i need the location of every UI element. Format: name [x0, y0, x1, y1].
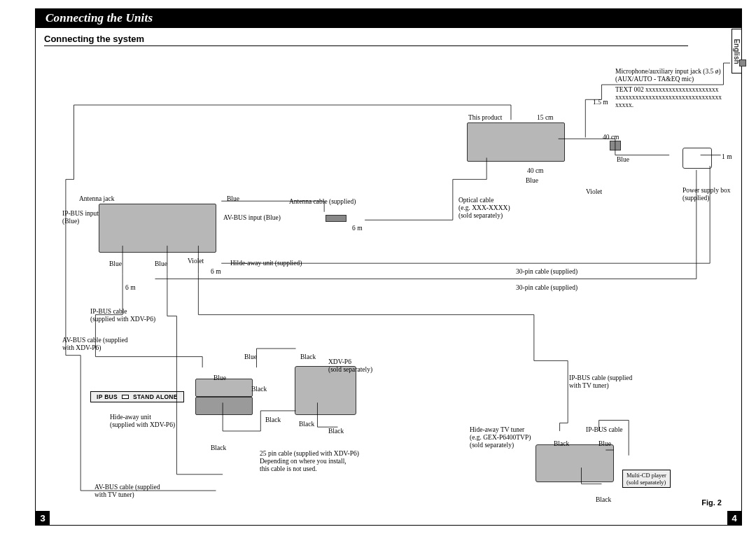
label-black-c: Black: [265, 416, 281, 424]
label-6m-c: 6 m: [125, 284, 136, 292]
label-antenna-cable: Antenna cable (supplied): [289, 198, 356, 206]
label-antenna-jack: Antenna jack: [79, 195, 114, 203]
label-violet-b: Violet: [188, 258, 204, 265]
unit-main-product: [467, 122, 565, 162]
label-black-g: Black: [554, 440, 569, 448]
section-title: Connecting the Units: [46, 11, 153, 24]
label-6m-a: 6 m: [352, 225, 363, 232]
label-avbus-input: AV-BUS input (Blue): [223, 214, 281, 222]
page-number-right: 4: [727, 511, 741, 525]
label-black-b: Black: [251, 386, 267, 393]
label-ipbus-input: IP-BUS input (Blue): [62, 210, 99, 225]
label-blue-d: Blue: [109, 260, 122, 268]
label-standalone: STAND ALONE: [133, 393, 178, 400]
label-xdvp6: XDV-P6 (sold separately): [328, 358, 372, 374]
label-black-a: Black: [300, 353, 316, 361]
label-ipbus: IP BUS: [97, 393, 118, 400]
label-black-e: Black: [328, 428, 344, 435]
label-blue-a: Blue: [617, 156, 629, 164]
switch-icon: [122, 395, 129, 399]
unit-tv-tuner: [536, 444, 614, 482]
label-blue-b: Blue: [526, 177, 538, 185]
label-power-box: Power supply box (supplied): [682, 187, 731, 202]
label-blue-f: Blue: [244, 353, 257, 361]
label-pin30-a: 30-pin cable (supplied): [516, 268, 578, 276]
label-violet-a: Violet: [586, 188, 602, 196]
label-blue-e: Blue: [155, 260, 167, 268]
conn-ant: [326, 215, 346, 222]
tag-multi-cd: Multi-CD player (sold separately): [622, 470, 671, 488]
tag-ipbus-standalone: IP BUS STAND ALONE: [90, 391, 184, 402]
page-number-left: 3: [36, 511, 50, 525]
unit-hideaway-supplied: [99, 204, 216, 253]
label-pin25: 25 pin cable (supplied with XDV-P6) Depe…: [260, 450, 379, 473]
label-avbus-tv: AV-BUS cable (supplied with TV tuner): [94, 484, 160, 499]
section-title-bar: Connecting the Units: [36, 9, 741, 28]
label-hideaway-tv: Hide-away TV tuner (e.g. GEX-P6400TVP) (…: [470, 426, 531, 449]
label-1-5m: 1.5 m: [593, 99, 608, 106]
conn-jack-top: [739, 59, 746, 66]
label-blue-g: Blue: [214, 374, 226, 382]
wiring-diagram: Multi-CD player (sold separately) IP BUS…: [36, 44, 741, 511]
figure-label: Fig. 2: [701, 498, 722, 507]
label-black-h: Black: [596, 496, 611, 504]
label-black-d: Black: [299, 421, 314, 428]
conn-jack-mid: [610, 141, 621, 150]
unit-xdvp6-hideaway-bot: [195, 397, 253, 415]
label-blue-c: Blue: [227, 195, 239, 203]
label-15cm: 15 cm: [537, 114, 553, 122]
label-hideaway-supplied: Hilde-away unit (supplied): [230, 260, 302, 267]
label-ipbus-cable: IP-BUS cable: [586, 426, 623, 434]
label-optical: Optical cable (e.g. XXX-XXXX) (sold sepa…: [458, 197, 510, 220]
label-mic-jack: Microphone/auxiliary input jack (3.5 ø) …: [615, 68, 748, 83]
unit-power-supply-box: [682, 148, 712, 169]
label-multi-cd: Multi-CD player (sold separately): [626, 472, 666, 486]
label-40cm-b: 40 cm: [527, 167, 543, 175]
wire-overlay: [36, 44, 741, 511]
label-this-product: This product: [468, 114, 502, 122]
label-blue-h: Blue: [598, 440, 611, 448]
label-6m-b: 6 m: [211, 268, 221, 276]
label-ipbus-tv: IP-BUS cable (supplied with TV tuner): [569, 374, 632, 390]
label-40cm-a: 40 cm: [603, 134, 619, 141]
label-text002: TEXT 002 xxxxxxxxxxxxxxxxxxxxxx xxxxxxxx…: [615, 86, 738, 109]
label-1m: 1 m: [722, 153, 732, 161]
label-black-f: Black: [211, 444, 226, 452]
label-pin30-b: 30-pin cable (supplied): [516, 284, 578, 292]
label-ipbus-xdv: IP-BUS cable (supplied with XDV-P6): [90, 308, 155, 323]
label-hideaway-xdv: Hide-away unit (supplied with XDV-P6): [110, 414, 175, 429]
page-frame: Connecting the Units Connecting the syst…: [35, 8, 742, 526]
label-avbus-xdv: AV-BUS cable (supplied with XDV-P6): [62, 337, 127, 352]
